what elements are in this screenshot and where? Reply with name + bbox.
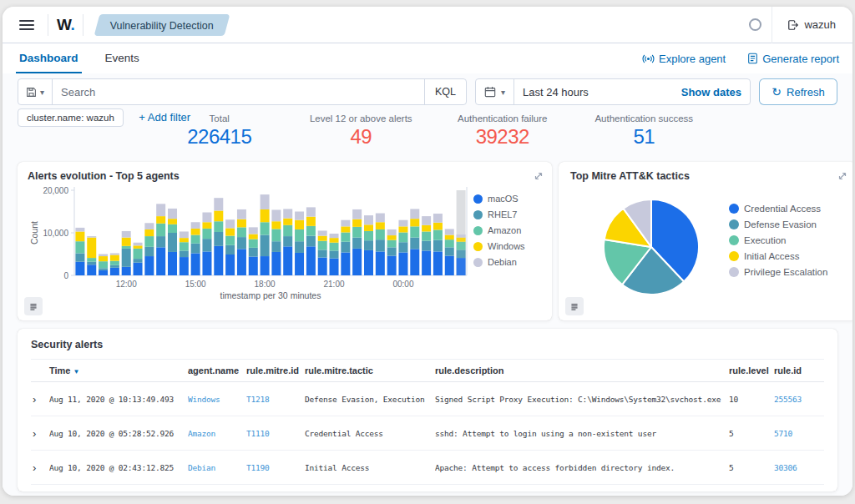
table-row[interactable]: › Aug 10, 2020 @ 02:43:12.825 Debian T11… [31,451,824,485]
legend-item[interactable]: macOS [473,194,545,204]
cell-agent-link[interactable]: Windows [188,395,241,404]
divider [772,7,772,43]
module-badge: Vulnerability Detection [97,14,227,36]
refresh-icon: ↻ [772,86,782,98]
legend-item[interactable]: Debian [473,257,545,267]
svg-text:00:00: 00:00 [392,280,413,289]
divider [514,79,514,104]
legend-item[interactable]: Privilege Escalation [729,267,846,277]
cell-time: Aug 10, 2020 @ 02:43:12.825 [49,463,183,472]
expand-icon[interactable] [534,169,544,184]
col-agent-name[interactable]: agent.name [188,365,241,375]
legend-dot-icon [729,251,739,261]
svg-text:Count: Count [29,221,39,244]
saved-queries-button[interactable]: ▾ [18,79,53,104]
legend-item[interactable]: Initial Access [729,251,846,261]
divider [48,14,48,36]
svg-text:10,000: 10,000 [43,229,68,238]
cell-description: Apache: Attempt to access forbidden dire… [435,463,724,472]
col-rule-id[interactable]: rule.id [774,365,824,375]
time-range-value[interactable]: Last 24 hours [523,86,676,98]
table-header: Time▼ agent.name rule.mitre.id rule.mitr… [31,359,824,382]
legend-item[interactable]: Amazon [473,225,545,235]
user-menu-button[interactable]: wazuh [782,18,841,32]
cell-rule-id-link[interactable]: 5710 [774,429,824,438]
col-rule-mitre-id[interactable]: rule.mitre.id [246,365,300,375]
main-content: ▾ KQL ▾ Last 24 hours Show dates ↻ Refre… [3,73,852,496]
cell-rule-id-link[interactable]: 255563 [774,395,824,404]
stat-auth-failure: Authentication failure 39232 [432,113,574,149]
logout-icon [787,19,799,31]
bar-chart-legend: macOSRHEL7AmazonWindowsDebian [473,184,545,300]
col-time[interactable]: Time▼ [49,365,183,375]
logo-dot: . [70,16,74,33]
show-dates-button[interactable]: Show dates [681,86,741,98]
filter-pill[interactable]: cluster.name: wazuh [18,108,124,127]
alerts-evolution-chart[interactable]: 010,00020,00012:0015:0018:0021:0000:00ti… [28,184,473,300]
chevron-down-icon[interactable]: ▾ [501,88,505,97]
row-expand-icon[interactable]: › [31,462,44,473]
sort-desc-icon: ▼ [73,368,79,375]
search-input[interactable] [53,86,424,98]
cell-description: Signed Script Proxy Execution: C:\Window… [435,395,724,404]
top-bar: W. Vulnerability Detection wazuh [3,7,852,43]
panel-title: Top Mitre ATT&K tactics [570,170,846,182]
col-rule-description[interactable]: rule.description [435,365,724,375]
cell-agent-link[interactable]: Amazon [188,429,241,438]
cell-rule-id-link[interactable]: 30306 [774,463,824,472]
explore-agent-button[interactable]: Explore agent [642,53,726,65]
mitre-pie-chart[interactable] [570,182,729,309]
cell-level: 5 [729,429,769,438]
expand-icon[interactable] [837,169,847,184]
panel-title: Alerts evolution - Top 5 agents [28,170,545,182]
cell-tactic: Defense Evasion, Execution [305,395,430,404]
cell-mitre-id-link[interactable]: T1190 [246,463,300,472]
generate-report-button[interactable]: Generate report [747,53,839,65]
legend-dot-icon [729,267,739,277]
menu-icon[interactable] [14,13,39,38]
refresh-button[interactable]: ↻ Refresh [759,78,837,105]
tabs-bar: Dashboard Events Explore agent Generate … [3,43,852,73]
list-icon [570,301,579,312]
cell-mitre-id-link[interactable]: T1110 [246,429,300,438]
cell-time: Aug 10, 2020 @ 05:28:52.926 [49,429,183,438]
filters-stats-band: cluster.name: wazuh + Add filter Total 2… [3,108,852,159]
calendar-icon[interactable] [484,86,496,98]
date-picker: ▾ Last 24 hours Show dates [475,78,751,105]
wazuh-logo[interactable]: W. [57,16,74,34]
legend-dot-icon [473,258,483,267]
broadcast-icon [642,53,655,65]
legend-dot-icon [729,235,739,245]
legend-toggle-button[interactable] [24,297,43,315]
tab-dashboard[interactable]: Dashboard [16,43,82,73]
stat-level12: Level 12 or above alerts 49 [291,113,433,149]
legend-item[interactable]: Windows [473,241,545,251]
chevron-down-icon: ▾ [40,88,44,97]
health-status-icon[interactable] [749,18,761,31]
svg-text:0: 0 [63,271,68,280]
panel-title: Security alerts [31,339,824,350]
legend-item[interactable]: RHEL7 [473,209,545,219]
row-expand-icon[interactable]: › [31,428,44,439]
svg-text:18:00: 18:00 [255,280,276,289]
col-rule-level[interactable]: rule.level [729,365,769,375]
cell-tactic: Credential Access [305,429,430,438]
mitre-tactics-panel: Top Mitre ATT&K tactics Credential Acces… [559,162,852,320]
table-row[interactable]: › Aug 10, 2020 @ 05:28:52.926 Amazon T11… [31,416,824,451]
row-expand-icon[interactable]: › [31,394,44,405]
legend-toggle-button[interactable] [565,297,584,315]
stat-auth-success: Authentication success 51 [574,113,716,149]
tab-events[interactable]: Events [102,43,143,73]
cell-mitre-id-link[interactable]: T1218 [246,395,300,404]
table-row[interactable]: › Aug 11, 2020 @ 10:13:49.493 Windows T1… [31,382,824,416]
col-rule-mitre-tactic[interactable]: rule.mitre.tactic [305,365,430,375]
kql-button[interactable]: KQL [424,79,466,104]
legend-dot-icon [473,242,483,251]
cell-level: 5 [729,463,769,472]
svg-text:12:00: 12:00 [116,280,137,289]
cell-agent-link[interactable]: Debian [188,463,241,472]
legend-item[interactable]: Execution [729,235,846,245]
legend-item[interactable]: Credential Access [729,204,846,214]
legend-dot-icon [473,226,483,235]
legend-item[interactable]: Defense Evasion [729,219,846,229]
